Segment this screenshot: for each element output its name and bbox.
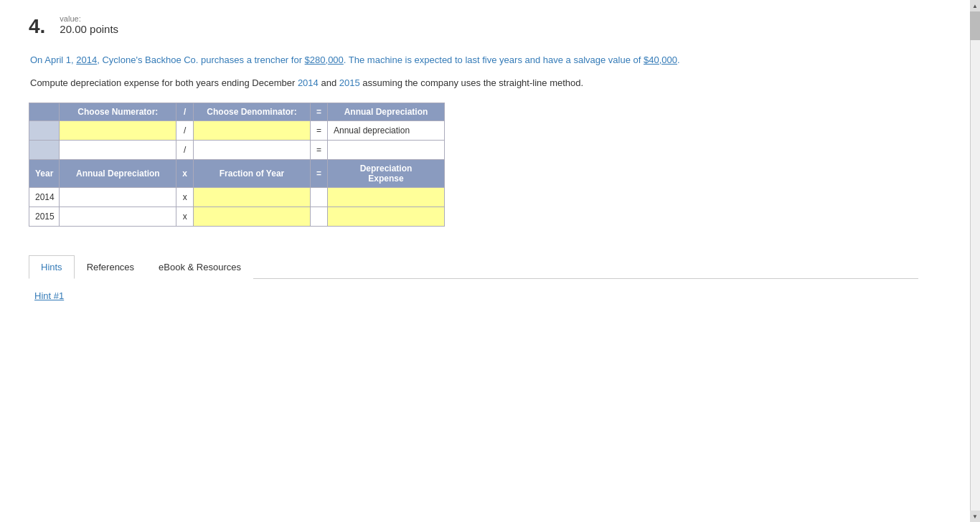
equals-subheader: = (310, 160, 327, 188)
question-instruction: Compute depreciation expense for both ye… (30, 76, 918, 91)
year-table-header-row: Year Annual Depreciation x Fraction of Y… (29, 160, 445, 188)
question-header: 4. value: 20.00 points (29, 7, 918, 39)
value-label: value: (60, 14, 118, 23)
formula-row-2: / = (29, 141, 445, 160)
x-2015: x (176, 207, 194, 227)
x-subheader: x (176, 160, 194, 188)
tab-content-hints: Hint #1 (29, 279, 918, 313)
denominator-header: Choose Denominator: (194, 103, 311, 121)
annual-depreciation-text: Annual depreciation (328, 121, 445, 141)
row1-slash: / (176, 121, 194, 141)
annual-dep-subheader: Annual Depreciation (60, 160, 176, 188)
table-header-row: Choose Numerator: / Choose Denominator: … (29, 103, 445, 121)
tab-hints[interactable]: Hints (29, 255, 75, 279)
annual-dep-2014-input[interactable] (61, 189, 174, 205)
row2-numerator-input[interactable] (61, 142, 174, 158)
table-row-2015: 2015 x (29, 207, 445, 227)
tab-ebook[interactable]: eBook & Resources (146, 255, 253, 279)
depreciation-table: Choose Numerator: / Choose Denominator: … (29, 103, 445, 227)
question-meta: value: 20.00 points (60, 14, 118, 35)
fraction-2014-cell[interactable] (194, 188, 311, 207)
equals-header: = (310, 103, 327, 121)
numerator-input-cell[interactable] (60, 121, 176, 141)
row2-denominator-cell[interactable] (194, 141, 311, 160)
fraction-2014-input[interactable] (195, 189, 308, 205)
dep-expense-2015-cell[interactable] (328, 207, 445, 227)
scrollbar-thumb[interactable] (970, 11, 980, 40)
tabs-container: Hints References eBook & Resources (29, 255, 918, 279)
row2-denominator-input[interactable] (195, 142, 308, 158)
row2-slash: / (176, 141, 194, 160)
hint-1-link[interactable]: Hint #1 (34, 290, 64, 301)
denominator-input[interactable] (195, 123, 308, 138)
question-text: On April 1, 2014, Cyclone's Backhoe Co. … (30, 53, 918, 68)
x-2014: x (176, 188, 194, 207)
dep-expense-2014-cell[interactable] (328, 188, 445, 207)
scrollbar-arrow-up[interactable]: ▲ (970, 0, 980, 11)
scrollbar-arrow-down[interactable]: ▼ (970, 511, 980, 522)
row2-numerator-cell[interactable] (60, 141, 176, 160)
year-subheader: Year (29, 160, 60, 188)
annual-dep-2015-cell[interactable] (60, 207, 176, 227)
row2-label-cell (29, 141, 60, 160)
scrollbar[interactable]: ▲ ▼ (970, 0, 980, 522)
row1-label-cell (29, 121, 60, 141)
fraction-subheader: Fraction of Year (194, 160, 311, 188)
slash-header: / (176, 103, 194, 121)
table-row-2014: 2014 x (29, 188, 445, 207)
points-value: 20.00 points (60, 23, 118, 35)
dep-expense-2015-input[interactable] (329, 209, 443, 224)
question-number: 4. (29, 14, 45, 39)
denominator-input-cell[interactable] (194, 121, 311, 141)
annual-dep-2015-input[interactable] (61, 209, 174, 224)
formula-row-1: / = Annual depreciation (29, 121, 445, 141)
dep-expense-subheader: Depreciation Expense (328, 160, 445, 188)
question-body: On April 1, 2014, Cyclone's Backhoe Co. … (29, 53, 918, 92)
numerator-input[interactable] (61, 123, 174, 138)
empty-header-cell (29, 103, 60, 121)
dep-expense-2014-input[interactable] (329, 189, 443, 205)
row2-result-cell (328, 141, 445, 160)
row1-equals: = (310, 121, 327, 141)
annual-dep-2014-cell[interactable] (60, 188, 176, 207)
fraction-2015-input[interactable] (195, 209, 308, 224)
equals-2014 (310, 188, 327, 207)
year-2015: 2015 (29, 207, 60, 227)
annual-depreciation-header: Annual Depreciation (328, 103, 445, 121)
row2-equals: = (310, 141, 327, 160)
tabs-list: Hints References eBook & Resources (29, 255, 918, 278)
fraction-2015-cell[interactable] (194, 207, 311, 227)
equals-2015 (310, 207, 327, 227)
tab-references[interactable]: References (75, 255, 146, 279)
year-2014: 2014 (29, 188, 60, 207)
numerator-header: Choose Numerator: (60, 103, 176, 121)
